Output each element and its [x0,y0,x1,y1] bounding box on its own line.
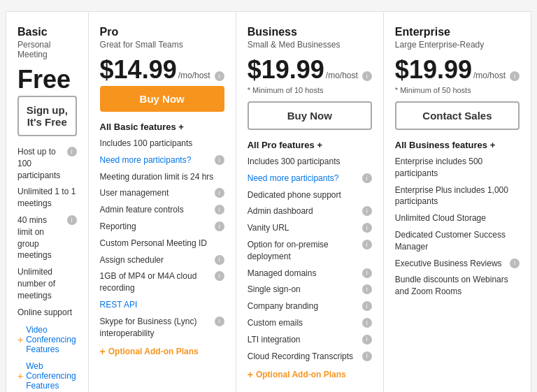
plan-cta-pro[interactable]: Buy Now [100,86,224,112]
feature-item: Custom Personal Meeting ID [100,238,224,249]
plan-name-enterprise: Enterprise [395,26,520,38]
feature-item: User management i [100,187,224,199]
feature-text-pro-0: Includes 100 participants [100,138,224,150]
plan-cta-basic[interactable]: Sign up, It's Free [17,96,77,136]
plan-enterprise: EnterpriseLarge Enterprise-Ready $19.99 … [384,12,531,392]
feature-info-icon[interactable]: i [215,188,224,198]
plan-pro: ProGreat for Small Teams $14.99 /mo/host… [89,12,236,392]
feature-info-icon[interactable]: i [215,317,224,326]
feature-item: Meeting duration limit is 24 hrs [100,171,224,183]
feature-text-enterprise-1: Enterprise Plus includes 1,000 participa… [395,184,520,208]
feature-item: Vanity URL i [248,222,372,234]
feature-info-icon[interactable]: i [67,147,77,157]
feature-info-icon[interactable]: i [362,301,372,311]
feature-item: Unlimited 1 to 1 meetings [17,186,77,210]
feature-info-icon[interactable]: i [362,351,372,361]
feature-item: Enterprise Plus includes 1,000 participa… [395,184,520,208]
feature-info-icon[interactable]: i [362,284,372,294]
feature-item: Online support [17,307,77,319]
expandable-label: Optional Add-on Plans [256,370,346,379]
feature-item: Unlimited Cloud Storage [395,212,520,224]
feature-item: Need more participants? i [248,173,372,184]
feature-item: Option for on-premise deployment i [248,239,372,263]
feature-text-business-9: Custom emails [248,317,359,329]
feature-item: Host up to 100 participants i [17,146,77,181]
feature-item: Cloud Recording Transcripts i [248,351,372,363]
plan-price-note-business: * Minimum of 10 hosts [248,86,372,94]
price-info-icon-enterprise[interactable]: i [510,71,520,81]
plan-name-pro: Pro [100,26,224,38]
feature-info-icon[interactable]: i [67,215,77,225]
feature-item: LTI integration i [248,334,372,346]
feature-info-icon[interactable]: i [362,335,372,344]
feature-info-icon[interactable]: i [215,155,224,165]
plan-cta-enterprise[interactable]: Contact Sales [395,101,520,130]
feature-info-icon[interactable]: i [510,259,520,268]
feature-text-enterprise-4: Executive Business Reviews [395,258,507,270]
plan-price-pro: $14.99 [100,55,177,85]
feature-text-business-7: Single sign-on [248,284,359,296]
feature-item: Need more participants? i [100,154,224,166]
plus-icon: + [100,346,106,357]
plan-subtitle-enterprise: Large Enterprise-Ready [395,40,520,50]
feature-link-pro-1[interactable]: Need more participants? [100,154,212,166]
plan-subtitle-business: Small & Med Businesses [248,40,372,50]
expandable-item-basic-1[interactable]: + Web Conferencing Features [17,361,77,391]
feature-item: Admin feature controls i [100,204,224,216]
expandable-label: Web Conferencing Features [26,361,76,391]
plan-name-basic: Basic [17,26,77,38]
feature-text-pro-8: 1GB of MP4 or M4A cloud recording [100,270,212,294]
section-header-pro: All Basic features + [100,122,224,132]
plan-price-basic: Free [17,65,71,94]
feature-text-business-6: Managed domains [248,268,359,280]
feature-text-basic-3: Unlimited number of meetings [17,266,77,301]
feature-text-pro-3: User management [100,187,212,199]
expandable-item-basic-0[interactable]: + Video Conferencing Features [17,325,77,354]
price-info-icon-business[interactable]: i [362,71,372,81]
plan-cta-business[interactable]: Buy Now [248,101,372,130]
pricing-table: BasicPersonal MeetingFreeSign up, It's F… [6,11,531,392]
feature-item: Company branding i [248,300,372,312]
feature-text-business-4: Vanity URL [248,222,359,234]
feature-text-enterprise-3: Dedicated Customer Success Manager [395,229,520,253]
expandable-label: Video Conferencing Features [26,325,76,354]
plan-price-enterprise: $19.99 [395,55,472,85]
feature-text-business-3: Admin dashboard [248,205,359,217]
plan-subtitle-pro: Great for Small Teams [100,40,224,50]
feature-text-basic-4: Online support [17,307,77,319]
feature-info-icon[interactable]: i [215,222,224,231]
feature-item: Skype for Business (Lync) interoperabili… [100,316,224,340]
feature-item: 1GB of MP4 or M4A cloud recording i [100,270,224,294]
price-info-icon-pro[interactable]: i [215,71,224,81]
feature-link-business-1[interactable]: Need more participants? [248,173,359,184]
feature-link-pro-9[interactable]: REST API [100,299,224,311]
feature-info-icon[interactable]: i [215,255,224,265]
feature-item: Reporting i [100,221,224,233]
feature-item: Includes 300 participants [248,156,372,168]
section-header-business: All Pro features + [248,140,372,150]
plan-subtitle-basic: Personal Meeting [17,40,77,59]
expandable-item-pro-0[interactable]: + Optional Add-on Plans [100,346,224,357]
feature-info-icon[interactable]: i [362,223,372,233]
plan-price-per-enterprise: /mo/host [473,71,506,80]
feature-item: Includes 100 participants [100,138,224,150]
feature-info-icon[interactable]: i [215,271,224,281]
feature-info-icon[interactable]: i [362,206,372,216]
plan-price-note-enterprise: * Minimum of 50 hosts [395,86,520,94]
feature-item: Enterprise includes 500 participants [395,156,520,180]
plan-basic: BasicPersonal MeetingFreeSign up, It's F… [6,12,89,392]
expandable-label: Optional Add-on Plans [108,347,199,356]
expandable-item-business-0[interactable]: + Optional Add-on Plans [248,369,372,380]
feature-text-pro-10: Skype for Business (Lync) interoperabili… [100,316,212,340]
feature-item: Unlimited number of meetings [17,266,77,301]
feature-item: Executive Business Reviews i [395,258,520,270]
feature-info-icon[interactable]: i [362,240,372,249]
feature-item: Dedicated Customer Success Manager [395,229,520,253]
feature-info-icon[interactable]: i [362,268,372,278]
feature-info-icon[interactable]: i [215,205,224,215]
plus-icon: + [248,369,253,380]
plus-icon: + [17,334,23,345]
feature-info-icon[interactable]: i [362,173,372,183]
plan-price-per-business: /mo/host [326,71,358,80]
feature-info-icon[interactable]: i [362,318,372,328]
